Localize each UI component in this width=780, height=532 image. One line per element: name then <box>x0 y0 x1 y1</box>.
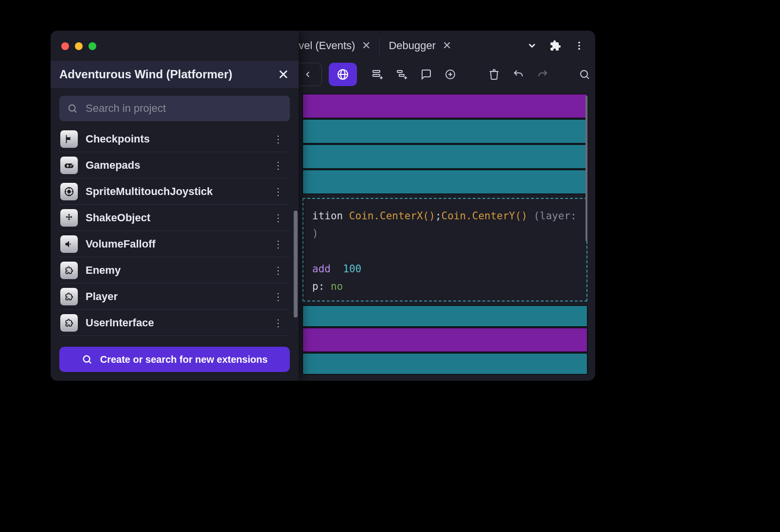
svg-point-17 <box>581 71 587 77</box>
extensions-list: Checkpoints ⋮ Gamepads ⋮ SpriteMultitouc… <box>59 126 290 340</box>
more-vert-icon[interactable]: ⋮ <box>269 158 287 173</box>
more-vert-icon[interactable]: ⋮ <box>269 210 287 226</box>
add-event-icon[interactable] <box>372 69 383 80</box>
svg-point-19 <box>69 105 75 111</box>
extension-label: ShakeObject <box>86 212 262 224</box>
more-vert-icon[interactable]: ⋮ <box>269 315 287 331</box>
search-input[interactable] <box>86 102 282 115</box>
joystick-icon <box>60 183 78 200</box>
extension-label: Enemy <box>86 264 262 277</box>
more-vert-icon[interactable]: ⋮ <box>269 131 287 147</box>
tab-label: evel (Events) <box>293 39 355 52</box>
extension-label: UserInterface <box>86 317 262 329</box>
redo-icon[interactable] <box>537 69 549 80</box>
events-area: ition Coin.CenterX();Coin.CenterY() (lay… <box>302 94 587 381</box>
extension-item-enemy[interactable]: Enemy ⋮ <box>59 257 290 284</box>
code-text: ; <box>435 210 442 222</box>
extension-item-player[interactable]: Player ⋮ <box>59 284 290 310</box>
trash-icon[interactable] <box>488 69 500 80</box>
flag-icon <box>60 130 78 148</box>
puzzle-icon <box>60 262 78 279</box>
event-group-header[interactable] <box>302 328 587 352</box>
add-sub-event-icon[interactable] <box>396 69 408 80</box>
move-icon <box>60 209 78 227</box>
code-arg: Coin.CenterX() <box>349 210 435 222</box>
event-row[interactable] <box>302 305 587 327</box>
event-row[interactable] <box>302 170 587 194</box>
svg-point-27 <box>83 356 89 362</box>
minimize-window-button[interactable] <box>75 42 83 50</box>
button-label: Create or search for new extensions <box>100 354 268 365</box>
svg-point-22 <box>68 190 71 193</box>
more-vert-icon[interactable] <box>574 40 585 51</box>
svg-rect-6 <box>373 71 380 72</box>
code-text: ition <box>312 210 349 222</box>
close-icon[interactable]: ✕ <box>443 39 451 52</box>
event-row[interactable] <box>302 119 587 143</box>
extension-item-gamepads[interactable]: Gamepads ⋮ <box>59 152 290 178</box>
more-vert-icon[interactable]: ⋮ <box>269 236 287 252</box>
extension-label: Gamepads <box>86 159 262 172</box>
puzzle-icon <box>60 288 78 305</box>
editor-toolbar <box>294 61 590 88</box>
svg-point-2 <box>578 48 580 50</box>
event-row[interactable] <box>302 144 587 169</box>
tab-debugger[interactable]: Debugger ✕ <box>380 35 460 56</box>
tab-bar: evel (Events) ✕ Debugger ✕ <box>284 35 591 57</box>
close-window-button[interactable] <box>61 42 69 50</box>
extension-item-volumefalloff[interactable]: VolumeFalloff ⋮ <box>59 231 290 257</box>
add-comment-icon[interactable] <box>420 69 432 80</box>
scrollbar-thumb[interactable] <box>585 96 587 242</box>
extension-item-joystick[interactable]: SpriteMultitouchJoystick ⋮ <box>59 178 290 205</box>
event-row[interactable] <box>302 353 587 374</box>
gamepad-icon <box>60 157 78 174</box>
event-selection-box[interactable]: ition Coin.CenterX();Coin.CenterY() (lay… <box>302 198 587 301</box>
sidebar-header: Adventurous Wind (Platformer) ✕ <box>51 61 299 88</box>
puzzle-icon <box>60 314 78 332</box>
scrollbar-thumb[interactable] <box>294 211 298 318</box>
network-preview-button[interactable] <box>329 63 357 86</box>
code-arg: Coin.CenterY() <box>442 210 528 222</box>
more-vert-icon[interactable]: ⋮ <box>269 184 287 199</box>
code-text: p: <box>312 281 324 292</box>
search-icon[interactable] <box>579 69 590 80</box>
zoom-window-button[interactable] <box>89 42 96 50</box>
extension-label: Player <box>86 290 262 303</box>
extensions-icon[interactable] <box>550 40 561 52</box>
more-vert-icon[interactable]: ⋮ <box>269 263 287 278</box>
tab-label: Debugger <box>389 39 436 52</box>
extension-label: SpriteMultitouchJoystick <box>86 185 262 198</box>
search-icon <box>82 354 92 365</box>
add-icon[interactable] <box>444 69 456 80</box>
more-vert-icon[interactable]: ⋮ <box>269 289 287 304</box>
project-title: Adventurous Wind (Platformer) <box>59 68 278 81</box>
svg-point-0 <box>578 42 580 44</box>
close-icon[interactable]: ✕ <box>362 39 371 52</box>
create-extension-button[interactable]: Create or search for new extensions <box>59 347 290 372</box>
code-val: 100 <box>343 263 361 275</box>
close-icon[interactable]: ✕ <box>278 67 289 83</box>
app-window: evel (Events) ✕ Debugger ✕ <box>51 31 595 381</box>
extension-item-shakeobject[interactable]: ShakeObject ⋮ <box>59 205 290 231</box>
volume-icon <box>60 235 78 253</box>
svg-point-1 <box>578 45 580 47</box>
search-icon <box>67 103 78 114</box>
extension-item-checkpoints[interactable]: Checkpoints ⋮ <box>59 126 290 152</box>
svg-line-20 <box>74 110 76 112</box>
code-val: no <box>331 281 343 292</box>
extension-label: Checkpoints <box>86 133 262 145</box>
svg-rect-10 <box>397 71 402 72</box>
event-group-header[interactable] <box>302 94 587 118</box>
chevron-down-icon[interactable] <box>527 41 537 51</box>
svg-line-28 <box>89 361 91 363</box>
project-sidebar: Adventurous Wind (Platformer) ✕ Checkpoi… <box>51 31 299 381</box>
svg-rect-7 <box>373 74 380 76</box>
undo-icon[interactable] <box>513 69 524 80</box>
extension-item-userinterface[interactable]: UserInterface ⋮ <box>59 310 290 336</box>
svg-line-18 <box>587 77 589 79</box>
globe-icon <box>337 68 349 81</box>
search-input-wrapper[interactable] <box>59 96 290 121</box>
code-op: add <box>312 263 331 275</box>
svg-rect-11 <box>399 74 404 76</box>
extension-label: VolumeFalloff <box>86 238 262 250</box>
